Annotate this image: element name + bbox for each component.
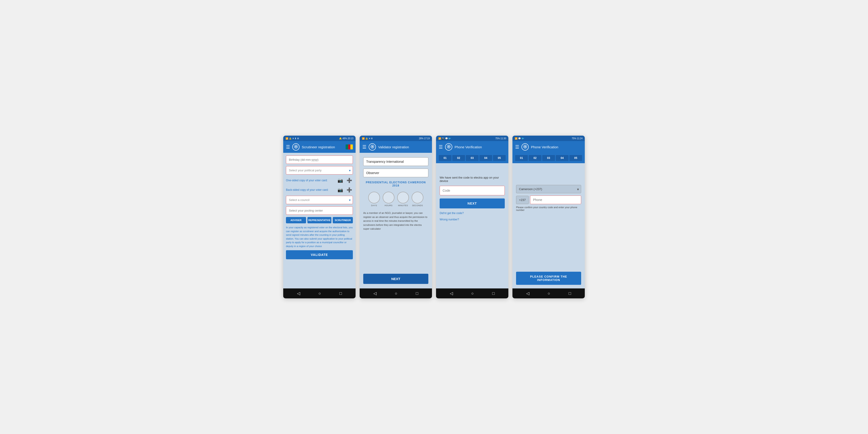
observer-type-input[interactable] [363,168,428,177]
steps-row-3: 01 02 03 04 05 [436,153,508,163]
recents-nav-icon-4[interactable]: □ [568,291,571,296]
step-1: 01 [439,155,452,161]
step-4-5: 05 [569,155,582,161]
step-4-4: 04 [556,155,568,161]
wrong-number-link[interactable]: Wrong number? [440,218,505,221]
status-right-info-2: 28% 17:19 [419,137,430,140]
representative-button[interactable]: REPRESENTATIVE [307,217,331,223]
org-name-input[interactable] [363,157,428,166]
countdown-row: DAYS HOURS MINUTES SECONDS [363,192,428,207]
camera-icon-back[interactable]: 📷 [337,186,344,193]
app-logo-4: ⓔ [522,143,529,151]
council-select[interactable]: Select a council [286,196,353,204]
party-select[interactable]: Select your political party [286,166,353,175]
step-5: 05 [493,155,506,161]
recents-nav-icon-2[interactable]: □ [416,291,418,296]
screen4-phone-entry: 📶 💬 🐦 75% 11:24 ☰ ⓔ Phone Verification 0… [513,135,585,298]
step-4-3: 03 [542,155,555,161]
app-header-1: ☰ ⓔ Scrutineer registration [283,141,355,153]
status-left-icons: 📶 🔒 ✕ ⬇ ⚙ [285,137,299,140]
confirm-hint-text: Please confirm your country code and ent… [516,206,581,211]
scrutineer-description: In your capacity as registered voter on … [286,225,353,248]
camera-icon-front[interactable]: 📷 [337,177,344,184]
phone-number-input[interactable] [530,195,581,204]
bottom-nav-1: ◁ ○ □ [283,288,355,298]
status-bar-1: 📶 🔒 ✕ ⬇ ⚙ 🔔 48% 20:13 [283,135,355,141]
status-bar-4: 📶 💬 🐦 75% 11:24 [513,135,585,141]
app-logo-2: ⓔ [369,143,376,151]
app-logo: ⓔ [292,143,300,151]
seconds-countdown: SECONDS [412,192,423,207]
seconds-circle [412,192,423,204]
status-right-info-3: 75% 11:30 [495,137,506,140]
adviser-button[interactable]: ADVISER [286,217,306,223]
home-nav-icon-2[interactable]: ○ [395,291,397,296]
steps-row-4: 01 02 03 04 05 [513,153,585,163]
back-nav-icon-3[interactable]: ◁ [450,291,453,296]
hamburger-icon-2[interactable]: ☰ [362,144,366,150]
add-icon-back[interactable]: ➕ [346,186,353,193]
voter-card-back-label: Back-sided copy of your voter card: [286,188,335,191]
app-title-2: Validator registration [378,145,429,149]
next-button-3[interactable]: NEXT [440,198,505,209]
screen1-content: Select your political party ▾ One-sided … [283,153,355,288]
country-select[interactable]: Cameroon (+237) [516,185,581,193]
council-select-wrapper: Select a council ▾ [286,196,353,204]
seconds-label: SECONDS [412,204,423,207]
hours-countdown: HOURS [383,192,395,207]
code-input[interactable] [440,186,505,195]
screen4-content: Cameroon (+237) ▾ +237 Please confirm yo… [513,163,585,288]
confirm-information-button[interactable]: PLEASE CONFIRM THE INFORMATION [516,272,581,285]
screen2-content: PRESIDENTIAL ELECTIONS CAMEROON 2018 DAY… [360,153,432,288]
hours-circle [383,192,395,204]
app-header-4: ☰ ⓔ Phone Verification [513,141,585,153]
observer-description: As a member of an NGO, journalist or law… [363,211,428,231]
step-2: 02 [452,155,465,161]
minutes-countdown: MINUTES [397,192,409,207]
hours-label: HOURS [384,204,393,207]
verify-message: We have sent the code to electra app on … [440,176,505,183]
recents-nav-icon[interactable]: □ [339,291,342,296]
step-4: 04 [479,155,492,161]
hamburger-icon[interactable]: ☰ [286,144,290,150]
hamburger-icon-4[interactable]: ☰ [515,144,519,150]
back-nav-icon[interactable]: ◁ [297,291,300,296]
app-title-4: Phone Verification [531,145,582,149]
scrutineer-button[interactable]: SCRUTINEER [333,217,353,223]
home-nav-icon-3[interactable]: ○ [471,291,474,296]
app-header-3: ☰ ⓔ Phone Verification [436,141,508,153]
resend-code-link[interactable]: Did'nt get the code? [440,212,505,215]
back-nav-icon-4[interactable]: ◁ [526,291,529,296]
app-title-3: Phone Verification [455,145,506,149]
home-nav-icon[interactable]: ○ [318,291,321,296]
add-icon-front[interactable]: ➕ [346,177,353,184]
country-code-display: +237 [516,196,529,204]
role-buttons-row: ADVISER REPRESENTATIVE SCRUTINEER [286,217,353,223]
next-button-2[interactable]: NEXT [363,274,428,284]
status-right-info: 🔔 48% 20:13 [339,137,353,140]
status-bar-2: 📶 🔒 ✕ ⬇ 28% 17:19 [360,135,432,141]
days-circle [368,192,380,204]
cameroon-flag [346,145,353,149]
back-nav-icon-2[interactable]: ◁ [373,291,377,296]
birthday-input[interactable] [286,156,353,164]
status-left-icons-2: 📶 🔒 ✕ ⬇ [362,137,373,140]
validate-button[interactable]: VALIDATE [286,250,353,259]
phone-number-row: +237 [516,195,581,204]
voter-card-back-row: Back-sided copy of your voter card: 📷 ➕ [286,186,353,193]
step-4-1: 01 [515,155,528,161]
app-title-1: Scrutineer registration [302,145,343,149]
status-right-info-4: 75% 11:24 [572,137,583,140]
home-nav-icon-4[interactable]: ○ [548,291,550,296]
status-left-icons-4: 📶 💬 🐦 [515,137,524,140]
app-logo-3: ⓔ [445,143,452,151]
election-title: PRESIDENTIAL ELECTIONS CAMEROON 2018 [363,181,428,187]
days-label: DAYS [371,204,377,207]
recents-nav-icon-3[interactable]: □ [492,291,495,296]
screen2-validator-registration: 📶 🔒 ✕ ⬇ 28% 17:19 ☰ ⓔ Validator registra… [360,135,432,298]
bottom-nav-3: ◁ ○ □ [436,288,508,298]
hamburger-icon-3[interactable]: ☰ [439,144,443,150]
step-3: 03 [466,155,478,161]
pooling-center-input[interactable] [286,206,353,215]
status-bar-3: 📶 📷 💬 🐦 75% 11:30 [436,135,508,141]
